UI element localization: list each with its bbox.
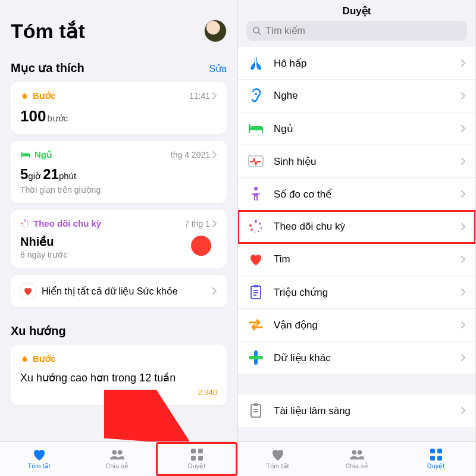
row-label: Tài liệu lâm sàng [274, 405, 452, 417]
browse-list: Hô hấp Nghe Ngủ Sinh hiệu Số đo cơ thể T… [238, 47, 475, 427]
tab-share[interactable]: Chia sẻ [78, 442, 156, 476]
heart-filled-icon [32, 448, 47, 461]
search-icon [252, 26, 262, 36]
heart-icon [248, 251, 264, 268]
chevron-right-icon [461, 125, 466, 132]
page-title: Tóm tắt [11, 19, 85, 43]
row-label: Theo dõi chu kỳ [274, 221, 452, 233]
svg-rect-11 [191, 456, 196, 461]
row-label: Sinh hiệu [274, 155, 452, 168]
svg-rect-26 [253, 285, 258, 287]
heart-icon [270, 448, 286, 461]
row-cycle-tracking[interactable]: Theo dõi chu kỳ [238, 211, 475, 243]
trend-label-text: Bước [33, 353, 55, 364]
sleep-card[interactable]: Ngủ thg 4 2021 5giờ 21phút Thời gian trê… [11, 141, 227, 203]
row-label: Hô hấp [274, 57, 452, 70]
favorites-heading: Mục ưa thích [11, 61, 84, 75]
row-vitals[interactable]: Sinh hiệu [238, 145, 475, 178]
svg-point-19 [259, 223, 261, 225]
steps-label: Bước [20, 90, 55, 101]
svg-point-6 [21, 223, 22, 224]
svg-point-5 [22, 225, 23, 226]
svg-rect-32 [251, 405, 261, 417]
row-body-measurements[interactable]: Số đo cơ thể [238, 178, 475, 211]
search-input[interactable] [265, 26, 461, 36]
sleep-label: Ngủ [20, 149, 52, 160]
row-hearing[interactable]: Nghe [238, 80, 475, 112]
svg-point-20 [261, 227, 262, 229]
chevron-right-icon [461, 289, 466, 296]
svg-point-37 [357, 450, 361, 455]
svg-point-18 [255, 220, 257, 223]
svg-point-22 [254, 231, 255, 233]
chevron-right-icon [461, 223, 466, 230]
cycle-time: 7 thg 1 [184, 219, 217, 228]
row-mobility[interactable]: Vận động [238, 309, 475, 342]
summary-screen: Tóm tắt Mục ưa thích Sửa Bước 11:41 100b… [0, 0, 238, 476]
tab-bar: Tóm tắt Chia sẻ Duyệt [238, 441, 475, 476]
tab-label: Tóm tắt [266, 462, 289, 470]
cycle-flow-value: Nhiều [20, 234, 67, 249]
tab-label: Duyệt [427, 462, 445, 470]
cycle-card[interactable]: Theo dõi chu kỳ 7 thg 1 Nhiều 8 ngày trư… [11, 210, 227, 268]
trends-heading: Xu hướng [11, 324, 66, 338]
chevron-right-icon [212, 220, 217, 227]
bed-icon [248, 120, 264, 137]
svg-point-2 [27, 223, 29, 224]
svg-point-21 [258, 231, 259, 232]
vitals-icon [248, 153, 264, 170]
row-other-data[interactable]: Dữ liệu khác [238, 342, 475, 374]
browse-screen: Duyệt Hô hấp Nghe Ngủ Sinh hiệu [238, 0, 476, 476]
header-row: Tóm tắt [11, 19, 227, 43]
svg-point-1 [27, 221, 28, 222]
svg-rect-10 [198, 449, 203, 453]
cycle-text: Nhiều 8 ngày trước [20, 234, 67, 259]
search-field[interactable] [246, 21, 467, 41]
search-wrap [238, 17, 475, 47]
heart-icon [20, 283, 36, 299]
svg-point-36 [352, 450, 356, 455]
svg-point-17 [254, 187, 258, 190]
profile-avatar[interactable] [204, 20, 227, 42]
row-heart[interactable]: Tim [238, 243, 475, 276]
tab-share[interactable]: Chia sẻ [317, 442, 396, 476]
row-respiratory[interactable]: Hô hấp [238, 47, 475, 80]
row-sleep[interactable]: Ngủ [238, 112, 475, 145]
row-symptoms[interactable]: Triệu chứng [238, 276, 475, 309]
plus-icon [248, 349, 264, 366]
tab-summary[interactable]: Tóm tắt [0, 442, 78, 476]
row-clinical-documents[interactable]: Tài liệu lâm sàng [238, 394, 475, 427]
steps-card[interactable]: Bước 11:41 100bước [11, 82, 227, 134]
people-icon [109, 448, 125, 461]
sleep-card-header: Ngủ thg 4 2021 [20, 149, 217, 160]
tab-summary[interactable]: Tóm tắt [238, 442, 317, 476]
trend-description: Xu hướng cao hơn trong 12 tuần [20, 371, 217, 384]
tab-label: Duyệt [188, 462, 206, 470]
chevron-right-icon [212, 151, 217, 158]
steps-card-header: Bước 11:41 [20, 90, 217, 101]
flame-icon [20, 354, 29, 364]
sleep-value: 5giờ 21phút [20, 166, 217, 183]
summary-content: Tóm tắt Mục ưa thích Sửa Bước 11:41 100b… [0, 0, 237, 441]
ear-icon [248, 87, 264, 104]
tab-browse[interactable]: Duyệt [156, 442, 237, 476]
tab-browse[interactable]: Duyệt [396, 442, 475, 476]
chevron-right-icon [461, 407, 466, 414]
document-icon [248, 402, 264, 419]
arrows-icon [248, 317, 264, 333]
trends-header: Xu hướng [11, 324, 227, 338]
row-label: Tim [274, 253, 452, 265]
edit-favorites-link[interactable]: Sửa [209, 63, 227, 74]
tab-label: Tóm tắt [27, 462, 50, 470]
sleep-time: thg 4 2021 [171, 150, 217, 159]
svg-point-8 [117, 450, 121, 455]
cycle-body: Nhiều 8 ngày trước [20, 234, 217, 259]
tab-label: Chia sẻ [345, 462, 368, 470]
svg-point-15 [255, 93, 257, 95]
steps-label-text: Bước [33, 90, 55, 101]
sleep-subtitle: Thời gian trên giường [20, 185, 217, 195]
svg-point-24 [249, 224, 252, 227]
row-label: Triệu chứng [274, 286, 452, 299]
cycle-icon [248, 218, 264, 235]
show-all-health-data[interactable]: Hiển thị tất cả dữ liệu Sức khỏe [11, 275, 227, 307]
